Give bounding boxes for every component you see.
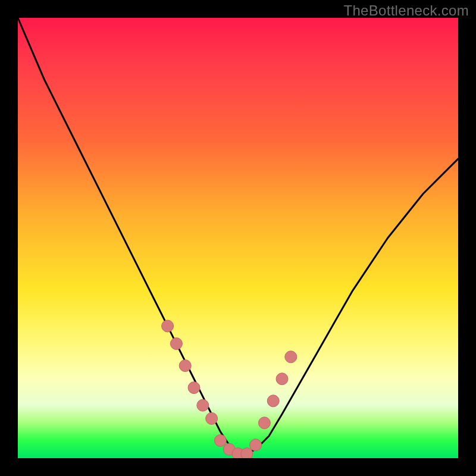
watermark-text: TheBottleneck.com [343, 2, 469, 19]
curve-marker [276, 373, 288, 385]
chart-frame: TheBottleneck.com [0, 0, 476, 476]
curve-marker [162, 320, 174, 332]
marker-group [162, 320, 297, 458]
curve-marker [258, 417, 270, 429]
curve-marker [241, 448, 253, 458]
curve-marker [285, 351, 297, 363]
curve-marker [188, 382, 200, 394]
curve-marker [170, 338, 182, 350]
plot-area [18, 18, 458, 458]
curve-marker [250, 439, 262, 451]
curve-svg [18, 18, 458, 458]
curve-marker [214, 434, 226, 446]
curve-marker [206, 412, 218, 424]
curve-marker [179, 360, 191, 372]
curve-marker [197, 399, 209, 411]
bottleneck-curve-path [18, 18, 458, 454]
curve-marker [267, 395, 279, 407]
